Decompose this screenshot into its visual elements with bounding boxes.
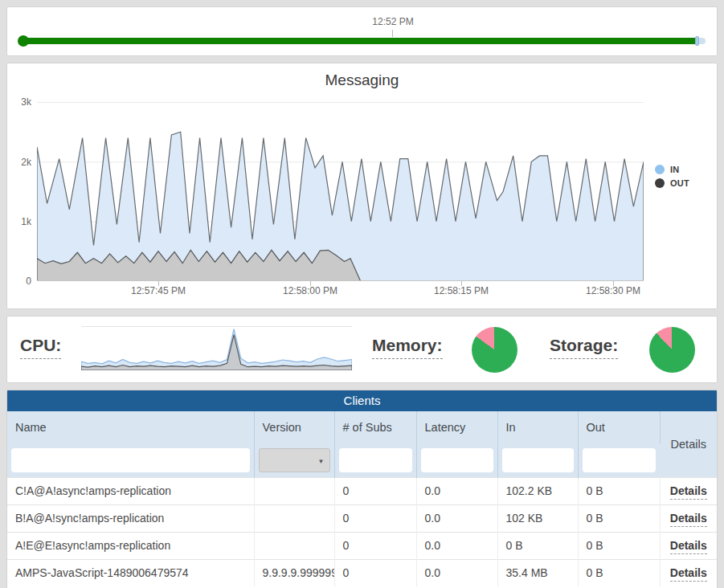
storage-label[interactable]: Storage:: [550, 336, 618, 359]
client-latency: 0.0: [416, 477, 497, 504]
client-latency: 0.0: [416, 532, 497, 559]
column-header-out[interactable]: Out: [578, 411, 660, 443]
clients-table: Name Version # of Subs Latency In Out De…: [7, 411, 717, 586]
latency-filter-input[interactable]: [421, 448, 493, 472]
chevron-down-icon: ▼: [318, 458, 325, 465]
in-series-dot-icon: [655, 165, 665, 174]
table-row: A!E@E!async!amps-replication 0 0.0 0 B 0…: [7, 532, 717, 559]
client-subs: 0: [334, 504, 416, 532]
client-in: 35.4 MB: [497, 559, 578, 586]
storage-pie-chart: [649, 327, 695, 373]
subs-filter-input[interactable]: [339, 448, 412, 472]
out-filter-input[interactable]: [583, 448, 657, 472]
timeline-left-handle-icon[interactable]: [18, 35, 29, 47]
x-axis-tick-label: 12:57:45 PM: [114, 285, 202, 296]
in-filter-input[interactable]: [502, 448, 574, 472]
client-latency: 0.0: [416, 504, 497, 532]
legend-label-in: IN: [670, 165, 680, 174]
details-link[interactable]: Details: [670, 539, 707, 554]
legend-item-in[interactable]: IN: [655, 165, 689, 174]
messaging-chart-title: Messaging: [7, 71, 717, 89]
client-out: 0 B: [578, 559, 660, 586]
legend-item-out[interactable]: OUT: [655, 178, 689, 188]
client-latency: 0.0: [416, 559, 497, 586]
table-row: C!A@A!async!amps-replication 0 0.0 102.2…: [7, 477, 717, 504]
timeline-right-handle-icon[interactable]: [695, 36, 699, 46]
cpu-sparkline-chart: [81, 326, 352, 370]
client-version: [254, 477, 334, 504]
name-filter-input[interactable]: [11, 448, 250, 472]
memory-pie-chart: [472, 327, 517, 373]
details-link[interactable]: Details: [670, 484, 707, 500]
cpu-label[interactable]: CPU:: [20, 336, 61, 359]
legend-label-out: OUT: [670, 178, 689, 188]
client-out: 0 B: [578, 532, 660, 559]
chart-legend: IN OUT: [655, 165, 689, 192]
client-version: [254, 532, 334, 559]
client-subs: 0: [334, 559, 416, 586]
column-header-in[interactable]: In: [497, 411, 578, 443]
column-header-version[interactable]: Version: [254, 411, 334, 443]
column-header-latency[interactable]: Latency: [416, 411, 497, 443]
client-name: B!A@A!sync!amps-replication: [7, 504, 254, 532]
x-axis-tick-label: 12:58:15 PM: [417, 285, 505, 296]
memory-label[interactable]: Memory:: [372, 336, 443, 359]
client-in: 102.2 KB: [497, 477, 578, 504]
column-header-subs[interactable]: # of Subs: [334, 411, 416, 443]
table-filter-row: ▼: [7, 443, 717, 477]
client-version: [254, 504, 334, 532]
client-in: 102 KB: [497, 504, 578, 532]
out-series-dot-icon: [655, 178, 665, 188]
client-name: AMPS-JavaScript-1489006479574: [7, 559, 254, 586]
messaging-card: Messaging 3k 2k 1k 0 12:57:45 PM 12:58:0…: [6, 63, 718, 309]
clients-table-title: Clients: [7, 390, 717, 411]
timeline-card: 12:52 PM: [6, 6, 718, 56]
timeline-time-label: 12:52 PM: [354, 16, 432, 27]
y-axis-tick-label: 0: [9, 276, 31, 287]
client-in: 0 B: [497, 532, 578, 559]
client-subs: 0: [334, 477, 416, 504]
x-axis-tick-label: 12:58:30 PM: [569, 285, 657, 296]
clients-table-card: Clients Name Version # of Subs Latency I…: [6, 390, 718, 588]
resources-card: CPU: Memory: Storage:: [6, 316, 718, 383]
client-name: C!A@A!async!amps-replication: [7, 477, 254, 504]
y-axis-tick-label: 2k: [9, 157, 31, 168]
client-out: 0 B: [578, 504, 660, 532]
timeline-slider-fill: [21, 38, 699, 44]
client-name: A!E@E!async!amps-replication: [7, 532, 254, 559]
y-axis-tick-label: 1k: [9, 216, 31, 227]
client-version: 9.9.9.9.999999: [254, 559, 334, 586]
client-out: 0 B: [578, 477, 660, 504]
messaging-chart: [37, 102, 644, 281]
table-header-row: Name Version # of Subs Latency In Out De…: [7, 411, 717, 443]
column-header-details: Details: [660, 411, 717, 477]
version-filter-select[interactable]: ▼: [259, 448, 330, 472]
table-row: AMPS-JavaScript-1489006479574 9.9.9.9.99…: [7, 559, 717, 586]
table-row: B!A@A!sync!amps-replication 0 0.0 102 KB…: [7, 504, 717, 532]
y-axis-tick-label: 3k: [9, 96, 31, 108]
details-link[interactable]: Details: [670, 566, 707, 582]
timeline-tick-mark: [392, 30, 393, 37]
client-subs: 0: [334, 532, 416, 559]
messaging-chart-svg: [37, 102, 644, 281]
cpu-sparkline-svg: [81, 327, 352, 370]
details-link[interactable]: Details: [670, 512, 707, 527]
x-axis-tick-label: 12:58:00 PM: [266, 285, 354, 296]
timeline-slider-track[interactable]: [21, 38, 706, 44]
column-header-name[interactable]: Name: [7, 411, 254, 443]
